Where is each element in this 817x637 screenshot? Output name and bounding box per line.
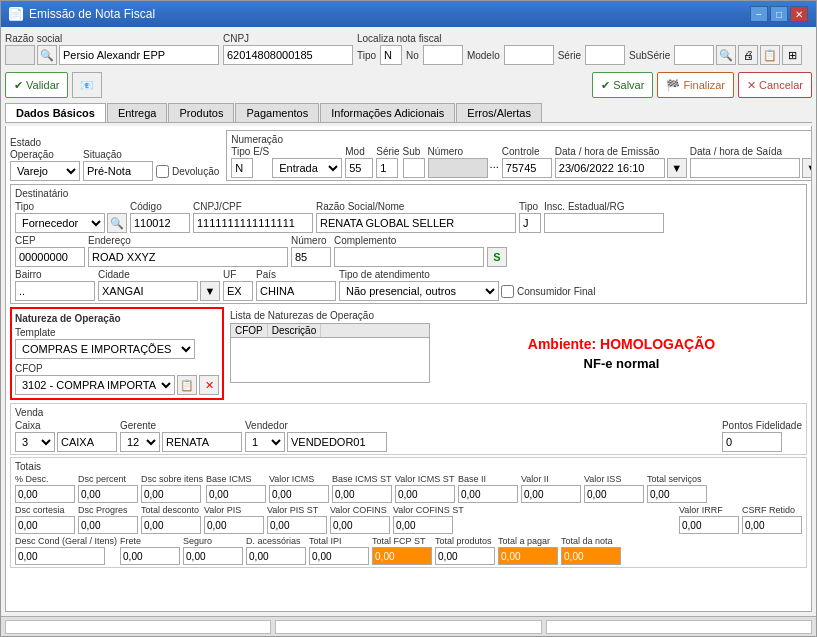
devolucao-checkbox[interactable]: [156, 165, 169, 178]
cancelar-button[interactable]: ✕ Cancelar: [738, 72, 812, 98]
total-fcp-st-input[interactable]: [372, 547, 432, 565]
green-s-button[interactable]: S: [487, 247, 507, 267]
tab-produtos[interactable]: Produtos: [168, 103, 234, 122]
search-dest-button[interactable]: 🔍: [107, 213, 127, 233]
numero-end-input[interactable]: [291, 247, 331, 267]
perc-desc-input[interactable]: [15, 485, 75, 503]
subserie-input[interactable]: [674, 45, 714, 65]
desc-cond-input[interactable]: [15, 547, 105, 565]
caixa-input[interactable]: [57, 432, 117, 452]
pais-input[interactable]: [256, 281, 336, 301]
razao-social-input[interactable]: [59, 45, 219, 65]
consumidor-final-checkbox[interactable]: [501, 285, 514, 298]
endereco-input[interactable]: [88, 247, 288, 267]
total-pagar-input[interactable]: [498, 547, 558, 565]
calendar-saida-button[interactable]: ▼: [802, 158, 812, 178]
cidade-dropdown[interactable]: ▼: [200, 281, 220, 301]
template-select[interactable]: COMPRAS E IMPORTAÇÕES: [15, 339, 195, 359]
tab-entrega[interactable]: Entrega: [107, 103, 168, 122]
salvar-button[interactable]: ✔ Salvar: [592, 72, 653, 98]
email-button[interactable]: 📧: [72, 72, 102, 98]
complemento-input[interactable]: [334, 247, 484, 267]
vendedor-input[interactable]: [287, 432, 387, 452]
uf-input[interactable]: [223, 281, 253, 301]
base-icms-st-input[interactable]: [332, 485, 392, 503]
controle-input[interactable]: [502, 158, 552, 178]
tab-dados-basicos[interactable]: Dados Básicos: [5, 103, 106, 122]
validar-button[interactable]: ✔ Validar: [5, 72, 68, 98]
frete-input[interactable]: [120, 547, 180, 565]
numero-input[interactable]: [428, 158, 488, 178]
finalizar-button[interactable]: 🏁 Finalizar: [657, 72, 734, 98]
tipo-es-input[interactable]: [231, 158, 253, 178]
vendedor-select[interactable]: 1: [245, 432, 285, 452]
gerente-select[interactable]: 12: [120, 432, 160, 452]
print-button[interactable]: 🖨: [738, 45, 758, 65]
d-acessorias-input[interactable]: [246, 547, 306, 565]
caixa-select[interactable]: 3: [15, 432, 55, 452]
tab-pagamentos[interactable]: Pagamentos: [235, 103, 319, 122]
data-emissao-input[interactable]: [555, 158, 665, 178]
dsc-percent-input[interactable]: [78, 485, 138, 503]
search-razao-button[interactable]: 🔍: [37, 45, 57, 65]
close-button[interactable]: ✕: [790, 6, 808, 22]
valor-cofins-st-input[interactable]: [393, 516, 453, 534]
total-servicos-input[interactable]: [647, 485, 707, 503]
pontos-input[interactable]: [722, 432, 782, 452]
tab-informacoes[interactable]: Informações Adicionais: [320, 103, 455, 122]
modelo-input[interactable]: [504, 45, 554, 65]
tipo-input[interactable]: [380, 45, 402, 65]
seguro-input[interactable]: [183, 547, 243, 565]
maximize-button[interactable]: □: [770, 6, 788, 22]
total-produtos-input[interactable]: [435, 547, 495, 565]
dsc-cortesia-input[interactable]: [15, 516, 75, 534]
tipo-atend-select[interactable]: Não presencial, outros: [339, 281, 499, 301]
seq-field[interactable]: [5, 45, 35, 65]
sub-input[interactable]: [403, 158, 425, 178]
valor-ii-input[interactable]: [521, 485, 581, 503]
valor-cofins-input[interactable]: [330, 516, 390, 534]
serie-input[interactable]: [585, 45, 625, 65]
cidade-input[interactable]: [98, 281, 198, 301]
total-ipi-input[interactable]: [309, 547, 369, 565]
insc-input[interactable]: [544, 213, 664, 233]
cnpj-cpf-input[interactable]: [193, 213, 313, 233]
dsc-sobre-input[interactable]: [141, 485, 201, 503]
tipo-dest2-input[interactable]: [519, 213, 541, 233]
cnpj-input[interactable]: [223, 45, 353, 65]
base-icms-input[interactable]: [206, 485, 266, 503]
valor-icms-st-input[interactable]: [395, 485, 455, 503]
bairro-input[interactable]: [15, 281, 95, 301]
copy-cfop-button[interactable]: 📋: [177, 375, 197, 395]
no-input[interactable]: [423, 45, 463, 65]
valor-pis-st-input[interactable]: [267, 516, 327, 534]
entrada-select[interactable]: Entrada: [272, 158, 342, 178]
grid-button[interactable]: ⊞: [782, 45, 802, 65]
valor-iss-input[interactable]: [584, 485, 644, 503]
delete-cfop-button[interactable]: ✕: [199, 375, 219, 395]
total-desconto-input[interactable]: [141, 516, 201, 534]
doc-button[interactable]: 📋: [760, 45, 780, 65]
minimize-button[interactable]: −: [750, 6, 768, 22]
codigo-input[interactable]: [130, 213, 190, 233]
razao-nome-input[interactable]: [316, 213, 516, 233]
data-saida-input[interactable]: [690, 158, 800, 178]
cep-input[interactable]: [15, 247, 85, 267]
estado-op-select[interactable]: Varejo: [10, 161, 80, 181]
search-nota-button[interactable]: 🔍: [716, 45, 736, 65]
base-ii-input[interactable]: [458, 485, 518, 503]
tab-erros[interactable]: Erros/Alertas: [456, 103, 542, 122]
cfop-select[interactable]: 3102 - COMPRA IMPORTAÇÃO: [15, 375, 175, 395]
valor-pis-input[interactable]: [204, 516, 264, 534]
tipo-dest-select[interactable]: Fornecedor: [15, 213, 105, 233]
serie-num-input[interactable]: [376, 158, 398, 178]
dsc-progres-input[interactable]: [78, 516, 138, 534]
valor-icms-input[interactable]: [269, 485, 329, 503]
gerente-input[interactable]: [162, 432, 242, 452]
mod-input[interactable]: [345, 158, 373, 178]
situacao-input[interactable]: [83, 161, 153, 181]
calendar-emissao-button[interactable]: ▼: [667, 158, 687, 178]
valor-irrf-input[interactable]: [679, 516, 739, 534]
total-nota-input[interactable]: [561, 547, 621, 565]
csrf-retido-input[interactable]: [742, 516, 802, 534]
